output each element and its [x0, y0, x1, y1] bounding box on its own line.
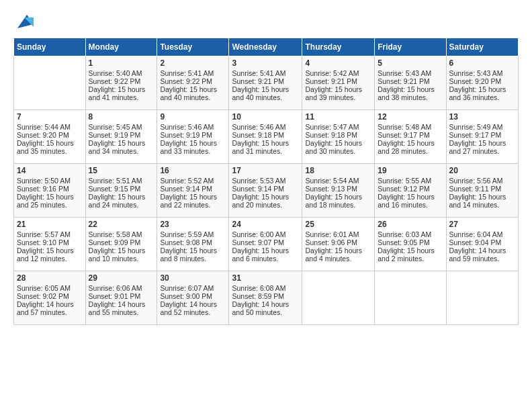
- daylight-text: Daylight: 15 hours and 10 minutes.: [89, 246, 154, 263]
- day-number: 7: [17, 112, 83, 122]
- calendar-table: SundayMondayTuesdayWednesdayThursdayFrid…: [13, 38, 519, 325]
- calendar-cell: 10Sunrise: 5:46 AMSunset: 9:18 PMDayligh…: [229, 110, 302, 164]
- day-number: 4: [305, 58, 371, 68]
- sunrise-text: Sunrise: 6:07 AM: [160, 284, 226, 292]
- sunrise-text: Sunrise: 5:46 AM: [232, 123, 299, 131]
- day-number: 15: [89, 166, 154, 175]
- calendar-cell: 22Sunrise: 5:58 AMSunset: 9:09 PMDayligh…: [85, 218, 157, 271]
- daylight-text: Daylight: 14 hours and 57 minutes.: [17, 300, 83, 316]
- sunset-text: Sunset: 9:06 PM: [305, 238, 371, 246]
- day-number: 16: [160, 166, 226, 175]
- calendar-cell: [375, 271, 446, 325]
- calendar-cell: [446, 271, 518, 325]
- daylight-text: Daylight: 15 hours and 28 minutes.: [378, 139, 443, 155]
- day-number: 27: [449, 220, 515, 229]
- day-number: 12: [378, 112, 443, 122]
- calendar-cell: 1Sunrise: 5:40 AMSunset: 9:22 PMDaylight…: [85, 56, 157, 110]
- calendar-cell: [302, 271, 375, 325]
- sunset-text: Sunset: 9:10 PM: [17, 238, 83, 246]
- daylight-text: Daylight: 15 hours and 33 minutes.: [160, 139, 226, 155]
- sunset-text: Sunset: 9:13 PM: [305, 185, 371, 193]
- daylight-text: Daylight: 14 hours and 52 minutes.: [160, 300, 226, 316]
- daylight-text: Daylight: 15 hours and 38 minutes.: [378, 85, 443, 101]
- day-number: 18: [305, 166, 371, 175]
- sunset-text: Sunset: 9:15 PM: [89, 185, 154, 193]
- header-cell-saturday: Saturday: [446, 38, 518, 56]
- calendar-cell: 6Sunrise: 5:43 AMSunset: 9:20 PMDaylight…: [446, 56, 518, 110]
- header: [13, 12, 519, 31]
- sunrise-text: Sunrise: 5:44 AM: [17, 123, 83, 131]
- sunset-text: Sunset: 9:14 PM: [160, 185, 226, 193]
- sunrise-text: Sunrise: 5:57 AM: [17, 230, 83, 238]
- header-row: SundayMondayTuesdayWednesdayThursdayFrid…: [14, 38, 519, 56]
- week-row-2: 14Sunrise: 5:50 AMSunset: 9:16 PMDayligh…: [14, 164, 519, 218]
- sunrise-text: Sunrise: 5:54 AM: [305, 177, 371, 185]
- sunrise-text: Sunrise: 5:52 AM: [160, 177, 226, 185]
- calendar-cell: 30Sunrise: 6:07 AMSunset: 9:00 PMDayligh…: [157, 271, 229, 325]
- sunrise-text: Sunrise: 5:42 AM: [305, 69, 371, 77]
- sunset-text: Sunset: 9:04 PM: [449, 238, 515, 246]
- sunset-text: Sunset: 9:18 PM: [305, 131, 371, 139]
- day-number: 5: [378, 58, 443, 68]
- sunrise-text: Sunrise: 5:58 AM: [89, 230, 154, 238]
- calendar-cell: 26Sunrise: 6:03 AMSunset: 9:05 PMDayligh…: [375, 218, 446, 271]
- sunset-text: Sunset: 9:12 PM: [378, 185, 443, 193]
- week-row-1: 7Sunrise: 5:44 AMSunset: 9:20 PMDaylight…: [14, 110, 519, 164]
- daylight-text: Daylight: 15 hours and 30 minutes.: [305, 139, 371, 155]
- calendar-cell: 24Sunrise: 6:00 AMSunset: 9:07 PMDayligh…: [229, 218, 302, 271]
- header-cell-tuesday: Tuesday: [157, 38, 229, 56]
- daylight-text: Daylight: 15 hours and 41 minutes.: [89, 85, 154, 101]
- daylight-text: Daylight: 15 hours and 36 minutes.: [449, 85, 515, 101]
- calendar-cell: 29Sunrise: 6:06 AMSunset: 9:01 PMDayligh…: [85, 271, 157, 325]
- daylight-text: Daylight: 15 hours and 6 minutes.: [232, 246, 299, 263]
- day-number: 23: [160, 220, 226, 229]
- day-number: 8: [89, 112, 154, 122]
- header-cell-monday: Monday: [85, 38, 157, 56]
- calendar-cell: 18Sunrise: 5:54 AMSunset: 9:13 PMDayligh…: [302, 164, 375, 218]
- calendar-cell: 8Sunrise: 5:45 AMSunset: 9:19 PMDaylight…: [85, 110, 157, 164]
- sunset-text: Sunset: 9:19 PM: [160, 131, 226, 139]
- sunset-text: Sunset: 9:17 PM: [449, 131, 515, 139]
- sunrise-text: Sunrise: 5:56 AM: [449, 177, 515, 185]
- daylight-text: Daylight: 14 hours and 59 minutes.: [449, 246, 515, 263]
- day-number: 22: [89, 220, 154, 229]
- calendar-cell: 28Sunrise: 6:05 AMSunset: 9:02 PMDayligh…: [14, 271, 86, 325]
- sunset-text: Sunset: 9:22 PM: [160, 77, 226, 85]
- day-number: 19: [378, 166, 443, 175]
- day-number: 2: [160, 58, 226, 68]
- sunset-text: Sunset: 9:18 PM: [232, 131, 299, 139]
- calendar-cell: 20Sunrise: 5:56 AMSunset: 9:11 PMDayligh…: [446, 164, 518, 218]
- daylight-text: Daylight: 15 hours and 16 minutes.: [378, 193, 443, 209]
- sunset-text: Sunset: 9:20 PM: [17, 131, 83, 139]
- sunrise-text: Sunrise: 5:59 AM: [160, 230, 226, 238]
- day-number: 13: [449, 112, 515, 122]
- sunset-text: Sunset: 8:59 PM: [232, 292, 299, 300]
- sunrise-text: Sunrise: 6:06 AM: [89, 284, 154, 292]
- day-number: 1: [89, 58, 154, 68]
- day-number: 14: [17, 166, 83, 175]
- header-cell-thursday: Thursday: [302, 38, 375, 56]
- calendar-cell: [14, 56, 86, 110]
- daylight-text: Daylight: 15 hours and 40 minutes.: [232, 85, 299, 101]
- daylight-text: Daylight: 15 hours and 14 minutes.: [449, 193, 515, 209]
- header-cell-friday: Friday: [375, 38, 446, 56]
- sunset-text: Sunset: 9:16 PM: [17, 185, 83, 193]
- sunrise-text: Sunrise: 5:46 AM: [160, 123, 226, 131]
- calendar-cell: 16Sunrise: 5:52 AMSunset: 9:14 PMDayligh…: [157, 164, 229, 218]
- day-number: 24: [232, 220, 299, 229]
- daylight-text: Daylight: 15 hours and 27 minutes.: [449, 139, 515, 155]
- sunrise-text: Sunrise: 5:40 AM: [89, 69, 154, 77]
- daylight-text: Daylight: 15 hours and 22 minutes.: [160, 193, 226, 209]
- header-cell-wednesday: Wednesday: [229, 38, 302, 56]
- calendar-cell: 19Sunrise: 5:55 AMSunset: 9:12 PMDayligh…: [375, 164, 446, 218]
- sunrise-text: Sunrise: 6:05 AM: [17, 284, 83, 292]
- day-number: 20: [449, 166, 515, 175]
- daylight-text: Daylight: 15 hours and 34 minutes.: [89, 139, 154, 155]
- daylight-text: Daylight: 15 hours and 12 minutes.: [17, 246, 83, 263]
- calendar-cell: 3Sunrise: 5:41 AMSunset: 9:21 PMDaylight…: [229, 56, 302, 110]
- day-number: 10: [232, 112, 299, 122]
- calendar-cell: 13Sunrise: 5:49 AMSunset: 9:17 PMDayligh…: [446, 110, 518, 164]
- day-number: 3: [232, 58, 299, 68]
- day-number: 21: [17, 220, 83, 229]
- calendar-cell: 2Sunrise: 5:41 AMSunset: 9:22 PMDaylight…: [157, 56, 229, 110]
